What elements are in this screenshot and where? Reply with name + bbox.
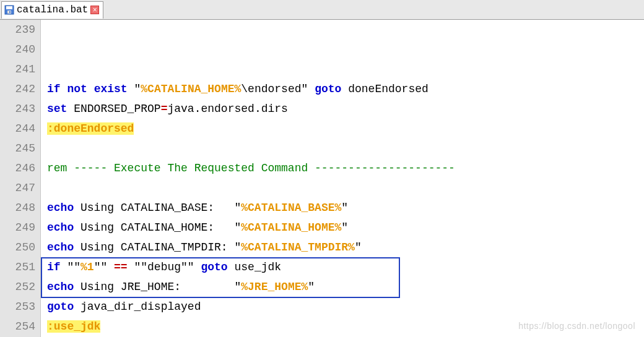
line-number: 250: [0, 237, 35, 257]
code-token: %CATALINA_HOME%: [141, 83, 241, 95]
code-token: ==: [114, 261, 128, 273]
tab-bar: catalina.bat ×: [0, 0, 644, 20]
code-token: java.endorsed.dirs: [167, 103, 287, 115]
code-token: %CATALINA_HOME%: [241, 221, 341, 234]
code-line[interactable]: set ENDORSED_PROP=java.endorsed.dirs: [47, 99, 644, 119]
code-token: doneEndorsed: [341, 83, 428, 95]
code-token: :doneEndorsed: [47, 122, 134, 135]
code-token: goto: [315, 83, 341, 95]
line-number: 251: [0, 257, 35, 277]
code-line[interactable]: echo Using JRE_HOME: "%JRE_HOME%": [47, 277, 644, 297]
svg-rect-3: [9, 11, 11, 13]
line-number: 243: [0, 99, 35, 119]
close-icon[interactable]: ×: [90, 6, 99, 14]
code-token: ": [355, 241, 362, 254]
code-token: ": [308, 281, 315, 293]
save-icon: [4, 5, 14, 15]
line-number: 253: [0, 297, 35, 317]
code-token: Using CATALINA_TMPDIR: ": [74, 241, 241, 254]
code-token: "": [94, 261, 114, 273]
line-number: 239: [0, 20, 35, 40]
code-line[interactable]: goto java_dir_displayed: [47, 297, 644, 317]
code-token: [61, 83, 67, 95]
code-token: [308, 83, 315, 95]
code-token: ": [341, 202, 348, 214]
code-line[interactable]: echo Using CATALINA_BASE: "%CATALINA_BAS…: [47, 198, 644, 218]
code-token: %CATALINA_TMPDIR%: [241, 241, 355, 254]
code-token: goto: [201, 261, 227, 273]
code-area[interactable]: if not exist "%CATALINA_HOME%\endorsed" …: [41, 20, 644, 337]
code-token: echo: [47, 281, 74, 293]
code-line[interactable]: if ""%1"" == ""debug"" goto use_jdk: [47, 257, 644, 277]
code-line[interactable]: :doneEndorsed: [47, 119, 644, 139]
code-token: ": [341, 221, 348, 234]
code-token: %CATALINA_BASE%: [241, 202, 341, 214]
code-editor[interactable]: 2392402412422432442452462472482492502512…: [0, 20, 644, 337]
code-token: if: [47, 83, 61, 95]
code-line[interactable]: [47, 178, 644, 198]
code-token: :use_jdk: [47, 320, 100, 333]
line-number: 248: [0, 198, 35, 218]
code-token: [87, 83, 94, 95]
code-token: ENDORSED_PROP: [67, 103, 160, 115]
code-token: [47, 182, 54, 194]
line-number: 245: [0, 139, 35, 158]
code-token: ""debug"": [128, 261, 201, 273]
line-number: 242: [0, 79, 35, 99]
code-token: echo: [47, 202, 74, 214]
code-token: set: [47, 103, 67, 115]
line-number: 249: [0, 218, 35, 237]
code-token: goto: [47, 301, 74, 313]
code-token: use_jdk: [228, 261, 281, 273]
code-token: rem ----- Execute The Requested Command …: [47, 162, 455, 174]
line-number-gutter: 2392402412422432442452462472482492502512…: [0, 20, 41, 337]
line-number: 254: [0, 317, 35, 336]
line-number: 246: [0, 158, 35, 178]
code-token: =: [161, 103, 168, 115]
code-token: "": [61, 261, 80, 273]
tab-filename: catalina.bat: [17, 4, 88, 15]
code-token: java_dir_displayed: [74, 301, 201, 313]
code-token: Using CATALINA_HOME: ": [74, 221, 241, 234]
file-tab[interactable]: catalina.bat ×: [1, 1, 103, 19]
code-token: echo: [47, 241, 74, 254]
code-line[interactable]: [47, 139, 644, 158]
code-token: if: [47, 261, 61, 273]
code-token: [47, 142, 54, 155]
code-token: Using JRE_HOME: ": [74, 281, 241, 293]
code-token: exist: [94, 83, 128, 95]
code-token: echo: [47, 221, 74, 234]
code-token: Using CATALINA_BASE: ": [74, 202, 241, 214]
code-line[interactable]: if not exist "%CATALINA_HOME%\endorsed" …: [47, 79, 644, 99]
line-number: 244: [0, 119, 35, 139]
code-token: not: [67, 83, 87, 95]
code-token: [128, 83, 134, 95]
code-token: ": [134, 83, 141, 95]
code-line[interactable]: echo Using CATALINA_HOME: "%CATALINA_HOM…: [47, 218, 644, 237]
code-line[interactable]: rem ----- Execute The Requested Command …: [47, 158, 644, 178]
svg-rect-1: [6, 6, 12, 9]
code-token: %1: [80, 261, 94, 273]
code-token: \endorsed": [241, 83, 308, 95]
code-line[interactable]: echo Using CATALINA_TMPDIR: "%CATALINA_T…: [47, 237, 644, 257]
line-number: 247: [0, 178, 35, 198]
line-number: 240: [0, 40, 35, 59]
code-token: %JRE_HOME%: [241, 281, 308, 293]
line-number: 252: [0, 277, 35, 297]
watermark: https://blog.csdn.net/longool: [518, 321, 635, 331]
line-number: 241: [0, 59, 35, 79]
